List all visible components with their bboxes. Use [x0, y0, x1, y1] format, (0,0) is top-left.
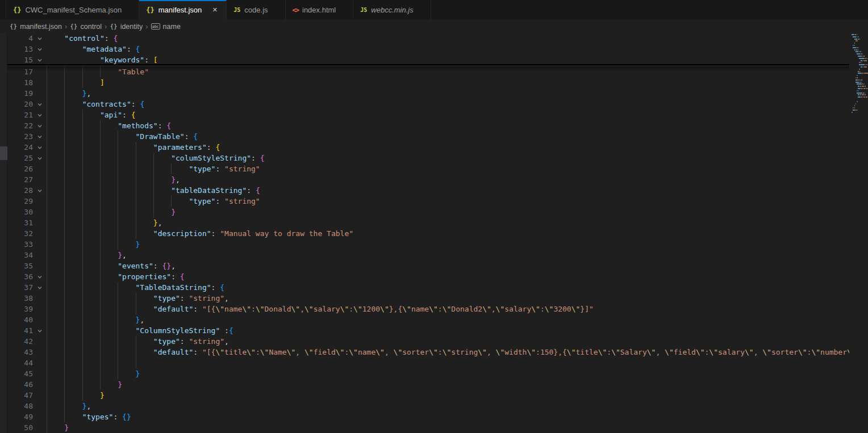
- fold-chevron-icon[interactable]: [33, 99, 47, 110]
- fold-chevron-icon[interactable]: [33, 120, 47, 131]
- fold-chevron-icon[interactable]: [33, 271, 47, 282]
- code-line[interactable]: 17 "Table": [7, 66, 849, 77]
- minimap-token: [864, 60, 866, 61]
- minimap-token: [861, 60, 862, 61]
- code-line[interactable]: 40 },: [7, 314, 849, 325]
- code-line[interactable]: 4 "control": {: [7, 33, 849, 44]
- code-line[interactable]: 26 "type": "string": [7, 163, 849, 174]
- token: ,: [300, 305, 304, 313]
- token: :: [193, 348, 202, 356]
- minimap-token: [854, 105, 856, 106]
- code-line[interactable]: 13 "metadata": {: [7, 44, 849, 54]
- fold-chevron-icon[interactable]: [33, 153, 47, 163]
- token: "type": [189, 165, 215, 173]
- code-line[interactable]: 42 "type": "string",: [7, 336, 849, 347]
- token: :: [220, 326, 229, 335]
- code-line[interactable]: 32 "description": "Manual way to draw th…: [7, 228, 849, 239]
- token: {: [215, 143, 220, 152]
- fold-gutter: [33, 304, 47, 314]
- code-line[interactable]: 20 "contracts": {: [7, 99, 849, 110]
- minimap[interactable]: [849, 33, 868, 433]
- code-line[interactable]: 31 },: [7, 217, 849, 228]
- token: "default": [153, 348, 193, 356]
- breadcrumb-item-manifest.json[interactable]: {}manifest.json: [9, 23, 63, 31]
- code-line[interactable]: 41 "ColumnStyleString" :{: [7, 325, 849, 336]
- code-line[interactable]: 46 }: [7, 379, 849, 390]
- code-line[interactable]: 28 "tableDataString": {: [7, 185, 849, 196]
- code-line[interactable]: 43 "default": "[{\"title\":\"Name\", \"f…: [7, 347, 849, 358]
- fold-chevron-icon[interactable]: [33, 325, 47, 336]
- token: :: [256, 348, 260, 356]
- token: {}: [122, 413, 131, 421]
- breadcrumb-label: name: [163, 23, 181, 31]
- tab-webcc.min.js[interactable]: JSwebcc.min.js: [353, 0, 431, 20]
- line-number: 18: [7, 77, 33, 88]
- token: sorter: [771, 348, 798, 356]
- fold-chevron-icon[interactable]: [33, 282, 47, 293]
- code-line[interactable]: 33 }: [7, 239, 849, 250]
- code-line[interactable]: 47 }: [7, 390, 849, 401]
- code-line[interactable]: 18 ]: [7, 77, 849, 88]
- minimap-token: [866, 64, 867, 65]
- code-line[interactable]: 36 "properties": {: [7, 271, 849, 282]
- breadcrumb-item-control[interactable]: {}control: [69, 23, 103, 31]
- code-line[interactable]: 45 }: [7, 368, 849, 379]
- code-line[interactable]: 25 "columStyleString": {: [7, 153, 849, 163]
- minimap-line: [854, 39, 861, 40]
- token: {}: [162, 262, 172, 270]
- code-line[interactable]: 39 "default": "[{\"name\":\"Donald\",\"s…: [7, 304, 849, 314]
- code-line[interactable]: 21 "api": {: [7, 110, 849, 120]
- fold-chevron-icon[interactable]: [33, 110, 47, 120]
- token: ,: [224, 294, 229, 302]
- code-line[interactable]: 23 "DrawTable": {: [7, 131, 849, 142]
- code-line[interactable]: 19 },: [7, 88, 849, 99]
- fold-chevron-icon[interactable]: [33, 185, 47, 196]
- sticky-scroll[interactable]: 4 "control": {13 "metadata": {15 "keywor…: [7, 33, 849, 65]
- code-line[interactable]: 50 }: [7, 422, 849, 433]
- minimap-token: [854, 39, 858, 40]
- token: :: [122, 111, 131, 119]
- code-editor[interactable]: 17 "Table"18 ]19 },20 "contracts": {21 "…: [7, 33, 849, 433]
- code-line[interactable]: 29 "type": "string": [7, 196, 849, 207]
- minimap-line: [852, 34, 857, 35]
- token: \": [291, 305, 301, 313]
- minimap-token: [858, 71, 859, 72]
- tab-CWC_manifest_Schema.json[interactable]: {}CWC_manifest_Schema.json: [6, 0, 139, 20]
- token: Donald: [265, 305, 291, 313]
- token: \": [304, 305, 314, 313]
- code-line[interactable]: 34 },: [7, 250, 849, 260]
- code-line[interactable]: 30 }: [7, 207, 849, 217]
- breadcrumb-item-name[interactable]: abcname: [150, 23, 182, 31]
- code-line[interactable]: 37 "TableDataString": {: [7, 282, 849, 293]
- code-line[interactable]: 35 "events": {},: [7, 260, 849, 271]
- fold-chevron-icon[interactable]: [33, 33, 47, 44]
- code-line[interactable]: 22 "methods": {: [7, 120, 849, 131]
- token: }: [64, 423, 69, 432]
- tab-label: CWC_manifest_Schema.json: [25, 6, 122, 14]
- line-number: 25: [7, 153, 33, 163]
- token: "events": [118, 262, 153, 270]
- fold-chevron-icon[interactable]: [33, 142, 47, 153]
- code-line[interactable]: 49 "types": {}: [7, 411, 849, 422]
- code-line[interactable]: 15 "keywords": [: [7, 54, 849, 65]
- token: \": [571, 305, 581, 313]
- line-number: 38: [7, 293, 33, 304]
- tab-index.html[interactable]: <>index.html: [286, 0, 354, 20]
- fold-chevron-icon[interactable]: [33, 54, 47, 65]
- fold-chevron-icon[interactable]: [33, 44, 47, 54]
- code-line[interactable]: 48 },: [7, 401, 849, 411]
- tab-close-icon[interactable]: ✕: [210, 6, 219, 15]
- tab-code.js[interactable]: JScode.js: [227, 0, 285, 20]
- token: "contracts": [82, 100, 131, 108]
- js-file-icon: JS: [233, 7, 240, 13]
- token: "type": [153, 294, 180, 302]
- code-line[interactable]: 44: [7, 358, 849, 368]
- breadcrumb-item-identity[interactable]: {}identity: [108, 23, 144, 31]
- code-line[interactable]: 27 },: [7, 174, 849, 185]
- json-file-icon: {}: [146, 6, 154, 14]
- code-line[interactable]: 38 "type": "string",: [7, 293, 849, 304]
- tab-manifest.json[interactable]: {}manifest.json✕: [139, 0, 227, 20]
- code-line[interactable]: 24 "parameters": {: [7, 142, 849, 153]
- token: \": [598, 348, 607, 356]
- fold-chevron-icon[interactable]: [33, 131, 47, 142]
